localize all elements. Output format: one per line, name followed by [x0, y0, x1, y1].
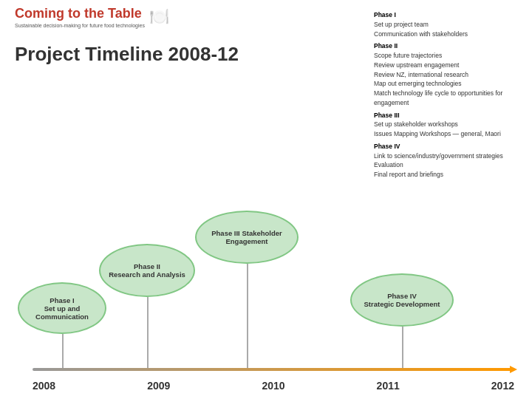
phase2-label: Phase IIResearch and Analysis — [109, 262, 185, 279]
sidebar-item: Review NZ, international research — [374, 70, 522, 80]
timeline-arrow — [510, 366, 517, 373]
logo-title: Coming to the Table — [15, 6, 145, 21]
sidebar-item: Set up project team — [374, 20, 522, 30]
phase4-label: Phase IVStrategic Development — [364, 292, 440, 308]
year-2012: 2012 — [491, 380, 514, 392]
year-2009: 2009 — [147, 380, 170, 392]
timeline-area: 2008 2009 2010 2011 2012 Phase ISet up a… — [10, 83, 522, 378]
sidebar-item: Review upstream engagement — [374, 61, 522, 70]
connector-phase2 — [147, 297, 149, 368]
phase3-ellipse: Phase III StakeholderEngagement — [195, 211, 299, 264]
phase3-label: Phase III StakeholderEngagement — [211, 229, 282, 245]
phase1-ellipse: Phase ISet up and Communication — [18, 282, 106, 334]
timeline-line — [33, 368, 514, 371]
year-labels: 2008 2009 2010 2011 2012 — [33, 380, 514, 392]
connector-phase4 — [402, 327, 403, 368]
sidebar-item: Communication with stakeholders — [374, 30, 522, 39]
year-2010: 2010 — [262, 380, 284, 392]
sidebar-phase1-label: Phase I — [374, 10, 522, 20]
sidebar-item: Scope future trajectories — [374, 51, 522, 61]
connector-phase1 — [62, 334, 64, 368]
phase1-label: Phase ISet up and Communication — [19, 296, 105, 321]
page-title: Project Timeline 2008-12 — [15, 43, 239, 66]
year-2008: 2008 — [33, 380, 55, 392]
phase2-ellipse: Phase IIResearch and Analysis — [99, 244, 195, 297]
header: Coming to the Table Sustainable decision… — [15, 6, 169, 28]
sidebar-phase2-label: Phase II — [374, 41, 522, 51]
connector-phase3 — [247, 264, 248, 368]
logo-icon: 🍽️ — [149, 7, 169, 27]
year-2011: 2011 — [377, 380, 400, 392]
phase4-ellipse: Phase IVStrategic Development — [350, 273, 454, 327]
logo-subtitle: Sustainable decision-making for future f… — [15, 23, 145, 28]
